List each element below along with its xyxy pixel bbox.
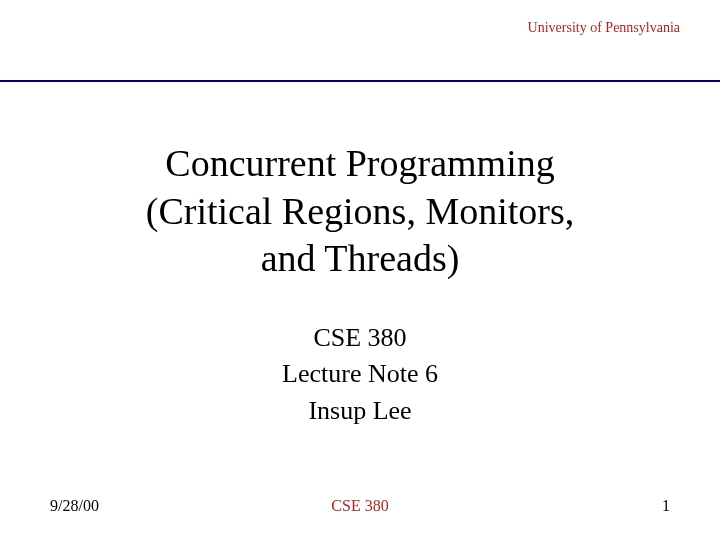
footer-course: CSE 380 — [331, 497, 388, 515]
footer-date: 9/28/00 — [50, 497, 99, 515]
subtitle-lecture: Lecture Note 6 — [0, 356, 720, 392]
university-name: University of Pennsylvania — [528, 20, 680, 35]
header-divider — [0, 80, 720, 82]
title-line-2: (Critical Regions, Monitors, — [0, 188, 720, 236]
slide-subtitle: CSE 380 Lecture Note 6 Insup Lee — [0, 320, 720, 429]
subtitle-author: Insup Lee — [0, 393, 720, 429]
title-line-1: Concurrent Programming — [0, 140, 720, 188]
footer-page: 1 — [662, 497, 670, 515]
header-university: University of Pennsylvania — [528, 20, 680, 36]
slide-title: Concurrent Programming (Critical Regions… — [0, 140, 720, 283]
title-line-3: and Threads) — [0, 235, 720, 283]
subtitle-course: CSE 380 — [0, 320, 720, 356]
slide-footer: 9/28/00 CSE 380 1 — [50, 497, 670, 515]
